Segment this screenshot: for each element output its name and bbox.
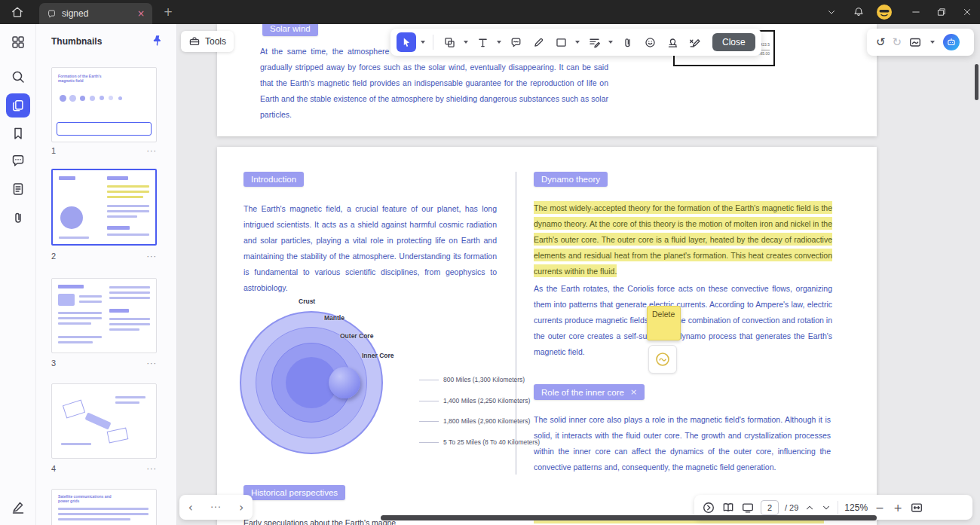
pages-button[interactable]	[11, 182, 26, 197]
tools-button[interactable]: Tools	[181, 31, 234, 52]
presentation-mode-icon[interactable]	[741, 501, 755, 514]
thumbnails-icon	[11, 99, 25, 112]
measurement-row: 800 Miles (1,300 Kilometers)	[419, 376, 525, 383]
home-button[interactable]	[6, 0, 29, 24]
undo-icon[interactable]: ↺	[876, 35, 886, 49]
zoom-in-button[interactable]: +	[892, 502, 904, 514]
shape-tool-caret-icon[interactable]	[575, 41, 580, 44]
heading-chip-introduction: Introduction	[243, 172, 304, 187]
text-tool-button[interactable]	[473, 32, 492, 52]
comment-annotation-button[interactable]	[648, 345, 677, 374]
pencil-tool-button[interactable]	[528, 32, 548, 52]
thumbnail-2-menu[interactable]: ···	[147, 252, 158, 261]
ai-assistant-button[interactable]	[943, 34, 960, 50]
thumbnails-panel: Thumbnails Formation of the Earth's magn…	[36, 24, 177, 525]
thumbnail-page-3[interactable]	[51, 278, 157, 353]
auto-scroll-icon[interactable]	[702, 501, 715, 514]
historical-heading: Historical perspectives	[251, 488, 338, 497]
search-button[interactable]	[11, 69, 26, 84]
horizontal-scrollbar[interactable]	[381, 515, 877, 520]
comment-tool-button[interactable]	[506, 32, 525, 52]
thumbnail-3-menu[interactable]: ···	[147, 359, 158, 368]
measurement-row: 5 To 25 Miles (8 To 40 Kilometers)	[419, 438, 540, 446]
highlight-tool-caret-icon[interactable]	[464, 41, 468, 44]
bookmarks-button[interactable]	[11, 126, 26, 141]
thumbnail-4-menu[interactable]: ···	[147, 464, 158, 474]
notifications-button[interactable]	[847, 0, 870, 24]
typewriter-tool-button[interactable]	[584, 32, 604, 52]
comments-button[interactable]	[11, 153, 26, 168]
panel-title: Thumbnails	[51, 36, 102, 47]
chip-close-icon[interactable]: ×	[630, 387, 637, 397]
document-tab[interactable]: signed ×	[39, 3, 152, 24]
history-toolbar: ↺ ↻	[867, 29, 974, 56]
select-tool-button[interactable]	[397, 32, 416, 52]
account-avatar[interactable]	[873, 0, 896, 24]
sticky-note-delete[interactable]: Delete	[647, 306, 681, 340]
restore-button[interactable]	[930, 0, 953, 24]
typewriter-tool-caret-icon[interactable]	[608, 41, 613, 44]
signature-x-icon	[688, 35, 702, 49]
signature-pad-caret-icon[interactable]	[930, 41, 935, 44]
document-canvas[interactable]: Solar wind At the same time, the atmosph…	[177, 24, 980, 525]
thumbnails-panel-button[interactable]	[6, 93, 30, 118]
heading-chip-historical: Historical perspectives	[243, 485, 345, 500]
redo-icon[interactable]: ↻	[893, 35, 902, 49]
pdf-page-2: Introduction The Earth's magnetic field,…	[217, 147, 877, 525]
search-icon	[11, 69, 26, 84]
pin-icon	[151, 34, 164, 47]
page-up-icon[interactable]	[804, 502, 815, 513]
grid-icon	[11, 35, 26, 50]
dynamo-paragraph: As the Earth rotates, the Coriolis force…	[534, 281, 832, 360]
select-tool-caret-icon[interactable]	[421, 41, 425, 44]
fit-width-icon[interactable]	[910, 501, 923, 514]
close-icon	[962, 7, 972, 17]
tab-close-icon[interactable]: ×	[137, 8, 145, 19]
thumbnail-page-5[interactable]: Satellite communications and power grids	[51, 489, 157, 525]
file-icon	[11, 182, 26, 197]
titlebar-collapse-button[interactable]	[820, 0, 843, 24]
thumbnail-3-number: 3	[51, 359, 56, 368]
thumbnail-page-4[interactable]	[51, 383, 157, 459]
apps-button[interactable]	[11, 35, 26, 50]
new-tab-button[interactable]: +	[158, 0, 178, 24]
thumbnail-page-1[interactable]: Formation of the Earth's magnetic field	[51, 67, 157, 142]
left-icon-rail	[0, 24, 36, 525]
tab-document-icon	[47, 9, 57, 19]
toolbox-icon	[188, 35, 201, 47]
page-number-input[interactable]	[761, 500, 779, 515]
sticker-tool-button[interactable]	[640, 32, 660, 52]
reading-mode-icon[interactable]	[721, 501, 735, 514]
stamp-tool-button[interactable]	[663, 32, 682, 52]
sign-tool-button[interactable]	[685, 32, 705, 52]
pen-nib-icon	[11, 499, 26, 514]
page-down-icon[interactable]	[821, 502, 831, 513]
prev-page-icon[interactable]: ‹	[188, 501, 193, 514]
zoom-out-button[interactable]: −	[874, 502, 886, 514]
close-window-button[interactable]	[956, 0, 978, 24]
signature-pad-icon[interactable]	[908, 35, 922, 49]
close-toolbar-button[interactable]: Close	[712, 33, 755, 51]
highlight-annotation[interactable]: The most widely-accepted theory for the …	[534, 201, 832, 277]
titlebar: signed × +	[0, 0, 980, 24]
shape-tool-button[interactable]	[551, 32, 571, 52]
nav-menu-icon[interactable]: ···	[210, 502, 221, 513]
attachment-tool-button[interactable]	[617, 32, 637, 52]
thumbnail-1-menu[interactable]: ···	[147, 146, 158, 156]
thumbnail-page-2[interactable]	[51, 169, 157, 246]
comment-icon	[510, 36, 522, 49]
restore-icon	[936, 7, 947, 17]
next-page-icon[interactable]: ›	[239, 501, 243, 514]
thumbnail-1-title: Formation of the Earth's magnetic field	[58, 74, 102, 83]
attachments-button[interactable]	[11, 210, 26, 225]
sticky-note-label[interactable]: Delete	[652, 310, 675, 319]
highlight-area-tool-button[interactable]	[439, 32, 459, 52]
text-tool-caret-icon[interactable]	[497, 41, 501, 44]
pin-panel-button[interactable]	[151, 34, 164, 47]
vertical-scrollbar[interactable]	[975, 64, 978, 100]
dynamo-highlighted-paragraph[interactable]: The most widely-accepted theory for the …	[534, 200, 832, 279]
minimize-button[interactable]	[905, 0, 927, 24]
signature-tool-button[interactable]	[11, 499, 26, 514]
heading-chip-solar-wind: Solar wind	[262, 24, 318, 36]
zoom-level-label[interactable]: 125%	[844, 502, 868, 513]
